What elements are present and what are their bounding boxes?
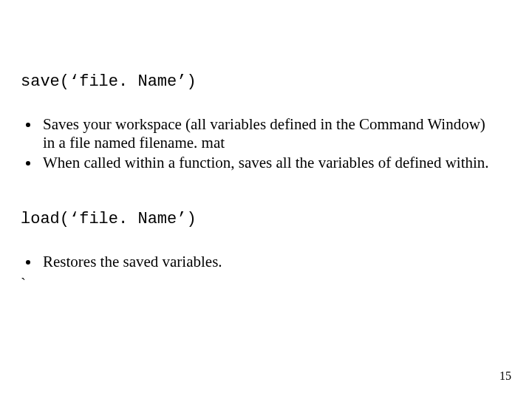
page-number: 15 <box>499 369 511 383</box>
bullet-list-load: Restores the saved variables. <box>25 253 498 273</box>
stray-backtick: ` <box>21 275 26 293</box>
bullet-item: When called within a function, saves all… <box>40 154 498 172</box>
code-save: save(‘file. Name’) <box>21 72 197 91</box>
slide: save(‘file. Name’) Saves your workspace … <box>0 0 532 399</box>
bullet-list-save: Saves your workspace (all variables defi… <box>25 115 498 173</box>
bullet-item: Saves your workspace (all variables defi… <box>40 115 498 152</box>
code-load: load(‘file. Name’) <box>21 210 197 228</box>
bullet-item: Restores the saved variables. <box>40 253 498 271</box>
